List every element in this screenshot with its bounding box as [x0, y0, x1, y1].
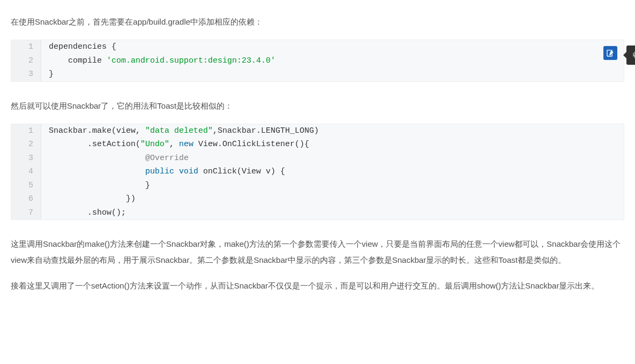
code-row: 1dependencies {	[11, 40, 624, 54]
code-line: .show();	[41, 206, 126, 220]
explain-paragraph-1: 这里调用Snackbar的make()方法来创建一个Snackbar对象，mak…	[11, 236, 624, 268]
code-row: 3 @Override	[11, 151, 624, 165]
code-block-snackbar: 1Snackbar.make(view, "data deleted",Snac…	[11, 124, 624, 221]
code-row: 2 .setAction("Undo", new View.OnClickLis…	[11, 138, 624, 151]
line-number: 2	[11, 138, 41, 151]
code-row: 5 }	[11, 179, 624, 193]
code-line: }	[41, 67, 54, 81]
bookmark-tooltip: 收藏到代码笔记	[626, 46, 635, 65]
code-block-dependencies: 收藏到代码笔记 1dependencies {2 compile 'com.an…	[11, 40, 624, 82]
explain-paragraph-2: 接着这里又调用了一个setAction()方法来设置一个动作，从而让Snackb…	[11, 278, 624, 294]
bookmark-button[interactable]	[603, 46, 617, 60]
code-line: }	[41, 179, 150, 193]
line-number: 7	[11, 206, 41, 220]
line-number: 2	[11, 54, 41, 68]
code-row: 2 compile 'com.android.support:design:23…	[11, 54, 624, 68]
code-row: 3}	[11, 67, 624, 81]
line-number: 4	[11, 165, 41, 179]
code-row: 6 })	[11, 192, 624, 206]
code-line: Snackbar.make(view, "data deleted",Snack…	[41, 124, 319, 138]
bookmark-edit-icon	[606, 49, 615, 57]
code-line: dependencies {	[41, 40, 116, 54]
code-line: public void onClick(View v) {	[41, 165, 285, 179]
code-row: 4 public void onClick(View v) {	[11, 165, 624, 179]
code-line: })	[41, 192, 136, 206]
code-row: 7 .show();	[11, 206, 624, 220]
line-number: 1	[11, 40, 41, 54]
code-line: .setAction("Undo", new View.OnClickListe…	[41, 138, 309, 151]
line-number: 1	[11, 124, 41, 138]
line-number: 3	[11, 67, 41, 81]
intro-paragraph-1: 在使用Snackbar之前，首先需要在app/build.gradle中添加相应…	[11, 14, 624, 30]
line-number: 3	[11, 151, 41, 165]
intro-paragraph-2: 然后就可以使用Snackbar了，它的用法和Toast是比较相似的：	[11, 98, 624, 114]
line-number: 5	[11, 179, 41, 193]
code-line: compile 'com.android.support:design:23.4…	[41, 54, 275, 68]
code-row: 1Snackbar.make(view, "data deleted",Snac…	[11, 124, 624, 138]
code-line: @Override	[41, 151, 189, 165]
line-number: 6	[11, 192, 41, 206]
